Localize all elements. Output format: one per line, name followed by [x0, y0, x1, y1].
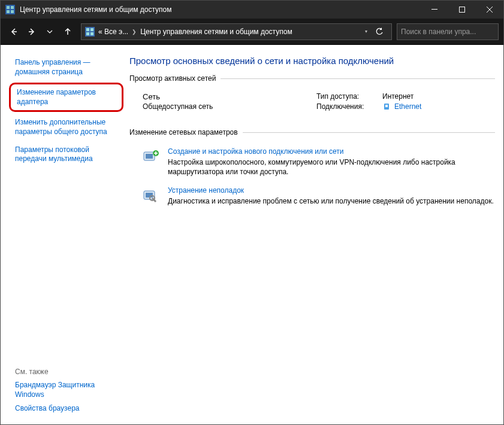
svg-rect-15	[86, 32, 89, 35]
search-box[interactable]	[397, 23, 499, 40]
sidebar-item-home[interactable]: Панель управления — домашняя страница	[9, 56, 123, 79]
window-title: Центр управления сетями и общим доступом	[20, 5, 421, 14]
sidebar-footer-label: См. также	[9, 365, 123, 378]
network-params-group: Изменение сетевых параметров Создание и …	[129, 128, 495, 216]
address-dropdown-icon[interactable]: ▾	[365, 29, 367, 34]
minimize-button[interactable]	[421, 1, 448, 19]
network-type: Общедоступная сеть	[143, 102, 316, 111]
page-title: Просмотр основных сведений о сети и наст…	[129, 56, 495, 66]
breadcrumb-item-network-center[interactable]: Центр управления сетями и общим доступом	[140, 28, 292, 36]
svg-rect-26	[146, 193, 153, 198]
address-bar[interactable]: « Все э... ❯ Центр управления сетями и о…	[81, 23, 392, 40]
chevron-right-icon: ❯	[132, 29, 137, 35]
close-button[interactable]	[476, 1, 503, 19]
toolbar: « Все э... ❯ Центр управления сетями и о…	[1, 19, 503, 45]
refresh-button[interactable]	[371, 23, 388, 40]
control-panel-icon	[85, 27, 95, 37]
svg-rect-1	[7, 6, 10, 9]
svg-rect-19	[385, 105, 388, 107]
sidebar-item-media-streaming[interactable]: Параметры потоковой передачи мультимедиа	[9, 143, 123, 166]
svg-rect-2	[11, 6, 14, 9]
back-button[interactable]	[5, 23, 22, 40]
troubleshoot-desc: Диагностика и исправление проблем с сеть…	[168, 197, 494, 205]
active-networks-group: Просмотр активных сетей Сеть Общедоступн…	[129, 74, 495, 120]
sidebar-item-sharing-settings[interactable]: Изменить дополнительные параметры общего…	[9, 116, 123, 139]
troubleshoot-icon	[143, 187, 159, 204]
highlighted-adapter-settings: Изменение параметров адаптера	[9, 83, 123, 112]
sidebar-item-browser-properties[interactable]: Свойства браузера	[9, 402, 123, 416]
connections-label: Подключения:	[316, 102, 382, 111]
param-setup-connection: Создание и настройка нового подключения …	[129, 142, 495, 181]
recent-dropdown-button[interactable]	[41, 23, 58, 40]
network-name: Сеть	[143, 92, 316, 101]
active-networks-legend: Просмотр активных сетей	[129, 74, 221, 83]
access-type-value: Интернет	[382, 92, 414, 101]
troubleshoot-link[interactable]: Устранение неполадок	[168, 186, 494, 195]
maximize-button[interactable]	[448, 1, 476, 19]
svg-rect-6	[460, 7, 465, 13]
main-panel: Просмотр основных сведений о сети и наст…	[126, 56, 495, 416]
network-params-legend: Изменение сетевых параметров	[129, 128, 243, 136]
svg-rect-21	[146, 154, 153, 159]
ethernet-link[interactable]: Ethernet	[382, 102, 421, 111]
sidebar-item-firewall[interactable]: Брандмауэр Защитника Windows	[9, 378, 123, 402]
forward-button[interactable]	[23, 23, 40, 40]
svg-rect-16	[90, 32, 93, 35]
svg-rect-13	[86, 28, 89, 31]
titlebar: Центр управления сетями и общим доступом	[1, 1, 503, 19]
svg-rect-5	[431, 9, 437, 10]
ethernet-link-label: Ethernet	[394, 102, 421, 111]
param-troubleshoot: Устранение неполадок Диагностика и испра…	[129, 181, 495, 211]
setup-connection-link[interactable]: Создание и настройка нового подключения …	[168, 147, 495, 156]
svg-rect-4	[11, 10, 14, 13]
up-button[interactable]	[59, 23, 76, 40]
sidebar-item-adapter-settings[interactable]: Изменение параметров адаптера	[16, 86, 119, 109]
setup-connection-icon	[143, 148, 159, 165]
ethernet-icon	[382, 102, 391, 111]
app-icon	[5, 5, 15, 14]
svg-rect-3	[7, 10, 10, 13]
app-window: Центр управления сетями и общим доступом	[0, 0, 504, 425]
setup-connection-desc: Настройка широкополосного, коммутируемог…	[168, 158, 455, 176]
content-area: Панель управления — домашняя страница Из…	[1, 45, 503, 424]
svg-rect-14	[90, 28, 93, 31]
search-input[interactable]	[401, 28, 491, 36]
breadcrumb-item-all[interactable]: « Все э...	[98, 28, 128, 36]
access-type-label: Тип доступа:	[316, 92, 382, 101]
sidebar: Панель управления — домашняя страница Из…	[9, 56, 126, 416]
